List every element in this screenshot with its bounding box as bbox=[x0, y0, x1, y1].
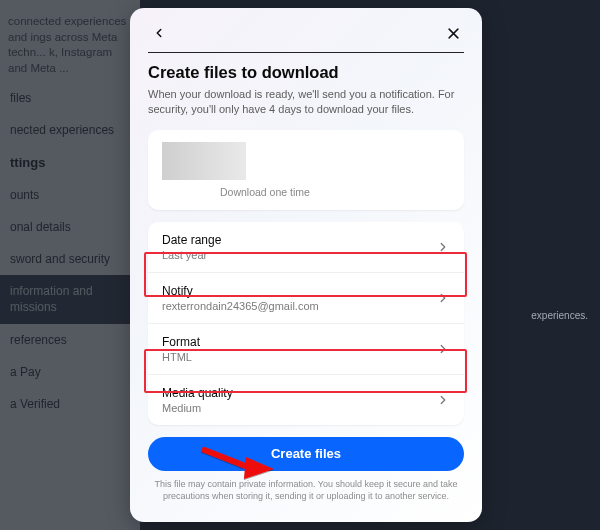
preview-card: Download one time bbox=[148, 130, 464, 210]
option-value: HTML bbox=[162, 351, 200, 363]
options-card: Date range Last year Notify rexterrondai… bbox=[148, 222, 464, 425]
close-icon bbox=[446, 26, 461, 41]
chevron-right-icon bbox=[436, 393, 450, 407]
modal-header bbox=[148, 22, 464, 44]
footer-note: This file may contain private informatio… bbox=[148, 478, 464, 502]
preview-thumbnail bbox=[162, 142, 246, 180]
create-files-modal: Create files to download When your downl… bbox=[130, 8, 482, 522]
option-date-range[interactable]: Date range Last year bbox=[148, 222, 464, 272]
option-media-quality[interactable]: Media quality Medium bbox=[148, 374, 464, 425]
option-value: Last year bbox=[162, 249, 221, 261]
modal-subtitle: When your download is ready, we'll send … bbox=[148, 87, 464, 118]
option-notify[interactable]: Notify rexterrondain24365@gmail.com bbox=[148, 272, 464, 323]
bg-right-text: experiences. bbox=[531, 310, 588, 321]
option-label: Date range bbox=[162, 233, 221, 247]
option-format[interactable]: Format HTML bbox=[148, 323, 464, 374]
preview-caption: Download one time bbox=[162, 186, 450, 198]
option-label: Format bbox=[162, 335, 200, 349]
option-value: rexterrondain24365@gmail.com bbox=[162, 300, 319, 312]
option-label: Notify bbox=[162, 284, 319, 298]
option-value: Medium bbox=[162, 402, 233, 414]
chevron-right-icon bbox=[436, 240, 450, 254]
modal-title: Create files to download bbox=[148, 63, 464, 82]
close-button[interactable] bbox=[442, 22, 464, 44]
chevron-right-icon bbox=[436, 342, 450, 356]
create-files-button[interactable]: Create files bbox=[148, 437, 464, 471]
option-label: Media quality bbox=[162, 386, 233, 400]
back-button[interactable] bbox=[148, 22, 170, 44]
divider bbox=[148, 52, 464, 53]
chevron-left-icon bbox=[152, 26, 166, 40]
chevron-right-icon bbox=[436, 291, 450, 305]
